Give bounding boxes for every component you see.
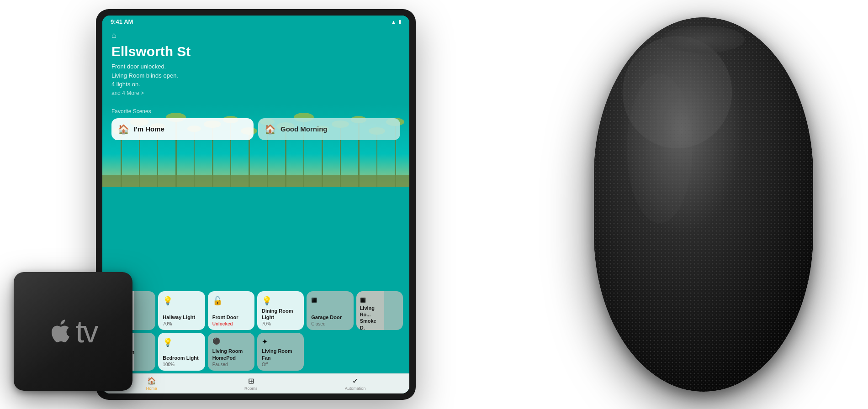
more-link[interactable]: and 4 More > bbox=[111, 89, 400, 97]
garage-door-icon: ▦ bbox=[311, 296, 349, 303]
tiles-area: ≡ Living RoomShades Open 💡 Hallway Light… bbox=[102, 291, 409, 373]
nav-rooms-icon: ⊞ bbox=[248, 377, 254, 385]
favorite-scenes-section: Favorite Scenes 🏠 I'm Home 🏠 Good Mornin… bbox=[102, 105, 409, 140]
status-line-3: 4 lights on. bbox=[111, 80, 400, 89]
garage-door-name: Garage Door bbox=[311, 314, 349, 320]
front-door-name: Front Door bbox=[212, 314, 250, 320]
status-line-1: Front door unlocked. bbox=[111, 62, 400, 71]
tile-smoke-detector[interactable]: ▦ Living Ro...Smoke D. bbox=[356, 291, 403, 330]
tile-homepod[interactable]: ⚫ Living Room HomePod Paused bbox=[208, 333, 254, 371]
homepod-tile-name: Living Room HomePod bbox=[212, 348, 250, 361]
apple-logo-icon bbox=[49, 318, 72, 345]
tile-dining-room-light[interactable]: 💡 Dining Room Light 70% bbox=[257, 291, 304, 330]
main-scene: 9:41 AM ▲ ▮ ⌂ Ellsworth St Front door un… bbox=[0, 0, 868, 409]
fan-name: Living Room Fan bbox=[262, 348, 299, 361]
front-door-icon: 🔓 bbox=[212, 296, 250, 306]
scenes-row: 🏠 I'm Home 🏠 Good Morning bbox=[111, 118, 400, 140]
garage-door-status: Closed bbox=[311, 321, 349, 326]
status-line-2: Living Room blinds open. bbox=[111, 71, 400, 80]
tile-garage-door[interactable]: ▦ Garage Door Closed bbox=[307, 291, 353, 330]
tile-fan[interactable]: ✦ Living Room Fan Off bbox=[257, 333, 304, 371]
scene-good-morning[interactable]: 🏠 Good Morning bbox=[258, 118, 400, 140]
favorite-scenes-label: Favorite Scenes bbox=[111, 108, 400, 115]
hallway-light-status: 70% bbox=[163, 321, 200, 326]
apple-tv-device: tv bbox=[14, 272, 132, 391]
homepod-tile-status: Paused bbox=[212, 362, 250, 367]
tv-text-label: tv bbox=[76, 316, 97, 347]
hallway-light-icon: 💡 bbox=[163, 296, 200, 306]
nav-home-label: Home bbox=[146, 386, 157, 391]
svg-rect-33 bbox=[102, 175, 409, 187]
front-door-status: Unlocked bbox=[212, 321, 250, 326]
tile-front-door[interactable]: 🔓 Front Door Unlocked bbox=[208, 291, 254, 330]
status-icons: ▲ ▮ bbox=[391, 19, 401, 25]
nav-automation[interactable]: ✓ Automation bbox=[345, 377, 366, 391]
tiles-row-2: ≡ BedroomShades Closed 💡 Bedroom Light 1… bbox=[104, 333, 408, 371]
scene-im-home[interactable]: 🏠 I'm Home bbox=[111, 118, 254, 140]
status-bar: 9:41 AM ▲ ▮ bbox=[102, 16, 409, 27]
home-status: Front door unlocked. Living Room blinds … bbox=[111, 62, 400, 97]
tile-bedroom-light[interactable]: 💡 Bedroom Light 100% bbox=[158, 333, 205, 371]
homepod-mesh bbox=[594, 17, 813, 392]
ipad-screen: 9:41 AM ▲ ▮ ⌂ Ellsworth St Front door un… bbox=[102, 16, 409, 393]
bg-scene: Favorite Scenes 🏠 I'm Home 🏠 Good Mornin… bbox=[102, 105, 409, 187]
smoke-icon: ▦ bbox=[360, 296, 381, 303]
smoke-name: Living Ro...Smoke D. bbox=[360, 305, 381, 330]
fan-status: Off bbox=[262, 362, 299, 367]
apple-tv-logo: tv bbox=[49, 316, 97, 347]
dining-light-icon: 💡 bbox=[262, 296, 299, 306]
home-header: ⌂ Ellsworth St Front door unlocked. Livi… bbox=[102, 27, 409, 105]
im-home-label: I'm Home bbox=[134, 125, 164, 133]
tiles-row-1: ≡ Living RoomShades Open 💡 Hallway Light… bbox=[104, 291, 408, 330]
homepod-device bbox=[566, 0, 841, 409]
mesh-pattern-svg bbox=[594, 17, 813, 392]
im-home-icon: 🏠 bbox=[118, 124, 129, 135]
home-app-icon: ⌂ bbox=[111, 31, 400, 40]
bedroom-light-status: 100% bbox=[163, 362, 200, 367]
good-morning-label: Good Morning bbox=[281, 125, 327, 133]
wifi-icon: ▲ bbox=[391, 19, 396, 25]
dining-light-status: 70% bbox=[262, 321, 299, 326]
battery-icon: ▮ bbox=[398, 19, 401, 25]
nav-home-icon: 🏠 bbox=[147, 377, 156, 385]
status-time: 9:41 AM bbox=[111, 18, 133, 25]
ipad-device: 9:41 AM ▲ ▮ ⌂ Ellsworth St Front door un… bbox=[96, 9, 416, 400]
home-title: Ellsworth St bbox=[111, 44, 400, 59]
bedroom-light-name: Bedroom Light bbox=[163, 355, 200, 361]
nav-home[interactable]: 🏠 Home bbox=[146, 377, 157, 391]
dining-light-name: Dining Room Light bbox=[262, 308, 299, 321]
nav-automation-label: Automation bbox=[345, 386, 366, 391]
homepod-tile-icon: ⚫ bbox=[212, 337, 250, 345]
bedroom-light-icon: 💡 bbox=[163, 337, 200, 347]
homepod-top bbox=[662, 26, 745, 53]
good-morning-icon: 🏠 bbox=[265, 124, 276, 135]
svg-point-40 bbox=[627, 73, 693, 223]
nav-rooms-label: Rooms bbox=[244, 386, 258, 391]
nav-automation-icon: ✓ bbox=[352, 377, 358, 385]
homepod-body bbox=[594, 17, 813, 392]
nav-rooms[interactable]: ⊞ Rooms bbox=[244, 377, 258, 391]
tile-hallway-light[interactable]: 💡 Hallway Light 70% bbox=[158, 291, 205, 330]
fan-icon: ✦ bbox=[262, 337, 299, 346]
nav-bar: 🏠 Home ⊞ Rooms ✓ Automation bbox=[102, 373, 409, 393]
hallway-light-name: Hallway Light bbox=[163, 314, 200, 320]
